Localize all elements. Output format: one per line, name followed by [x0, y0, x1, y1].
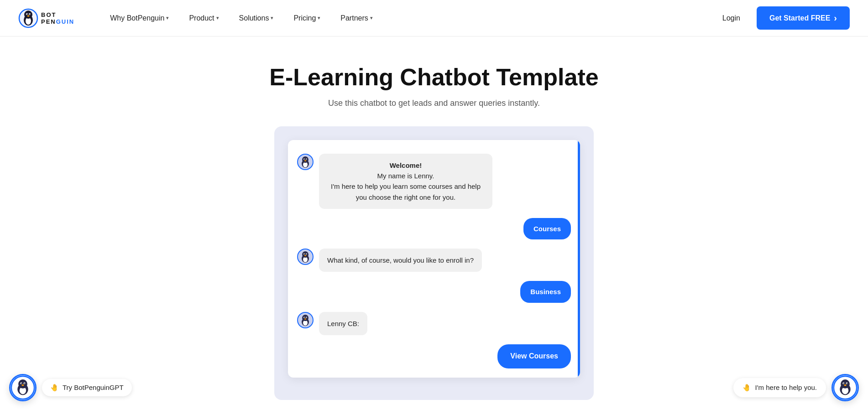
nav-item-product[interactable]: Product ▾ [181, 10, 227, 26]
bot-widget-right-button[interactable] [831, 374, 859, 400]
widget-right: 🤚 I'm here to help you. [733, 374, 859, 400]
chat-bubble-welcome: Welcome! My name is Lenny. I'm here to h… [319, 154, 492, 209]
logo[interactable]: BOT PENGUIN [18, 8, 74, 28]
bot-widget-left-button[interactable] [9, 374, 37, 400]
nav-links: Why BotPenguin ▾ Product ▾ Solutions ▾ P… [102, 10, 717, 26]
svg-point-38 [304, 318, 306, 319]
widget-left-text[interactable]: 🤚 Try BotPenguinGPT [42, 379, 132, 396]
svg-point-8 [27, 15, 30, 16]
chat-row-4: Business [297, 281, 571, 302]
chevron-down-icon: ▾ [166, 15, 169, 21]
svg-point-7 [30, 14, 31, 15]
chat-window: Welcome! My name is Lenny. I'm here to h… [288, 140, 580, 378]
nav-item-solutions[interactable]: Solutions ▾ [231, 10, 282, 26]
chat-row-6: View Courses [297, 344, 571, 368]
svg-point-33 [302, 315, 309, 321]
nav-item-why-botpenguin[interactable]: Why BotPenguin ▾ [102, 10, 177, 26]
navbar: BOT PENGUIN Why BotPenguin ▾ Product ▾ S… [0, 0, 868, 36]
chat-row-5: Lenny CB: [297, 312, 571, 335]
svg-point-57 [843, 383, 844, 384]
logo-text: BOT PENGUIN [41, 11, 74, 25]
chat-row-1: Welcome! My name is Lenny. I'm here to h… [297, 154, 571, 209]
svg-point-58 [847, 383, 847, 384]
svg-point-48 [24, 383, 25, 384]
chat-row-2: Courses [297, 218, 571, 239]
svg-point-28 [304, 255, 306, 256]
svg-point-59 [844, 384, 846, 386]
chat-demo-wrapper: Welcome! My name is Lenny. I'm here to h… [274, 126, 594, 400]
chat-row-3: What kind, of course, would you like to … [297, 249, 571, 272]
svg-point-54 [841, 379, 850, 389]
svg-point-37 [306, 317, 307, 318]
bot-avatar-2 [297, 249, 314, 265]
svg-point-49 [21, 384, 24, 386]
widget-left: 🤚 Try BotPenguinGPT [9, 374, 132, 400]
hero-section: E-Learning Chatbot Template Use this cha… [0, 36, 868, 400]
view-courses-button[interactable]: View Courses [497, 344, 571, 368]
widget-right-text: 🤚 I'm here to help you. [733, 378, 826, 397]
chevron-down-icon: ▾ [216, 15, 219, 21]
login-button[interactable]: Login [717, 10, 746, 26]
chat-bubble-courses[interactable]: Courses [523, 218, 571, 239]
hero-title: E-Learning Chatbot Template [9, 64, 859, 91]
bot-avatar-3 [297, 312, 314, 328]
svg-point-44 [18, 379, 27, 389]
nav-item-pricing[interactable]: Pricing ▾ [285, 10, 329, 26]
svg-point-47 [21, 383, 22, 384]
chat-body: Welcome! My name is Lenny. I'm here to h… [288, 140, 580, 378]
hero-subtitle: Use this chatbot to get leads and answer… [9, 99, 859, 108]
svg-point-16 [304, 159, 305, 160]
chat-bubble-enroll: What kind, of course, would you like to … [319, 249, 482, 272]
nav-actions: Login Get Started FREE › [717, 6, 850, 30]
get-started-button[interactable]: Get Started FREE › [757, 6, 850, 30]
svg-point-17 [306, 159, 307, 160]
svg-point-3 [24, 10, 32, 19]
nav-item-partners[interactable]: Partners ▾ [332, 10, 381, 26]
svg-point-27 [306, 254, 307, 255]
chat-bubble-lenny-cb: Lenny CB: [319, 312, 367, 335]
chevron-down-icon: ▾ [370, 15, 373, 21]
svg-point-36 [304, 317, 305, 318]
chat-bubble-business[interactable]: Business [520, 281, 571, 302]
svg-point-23 [302, 251, 309, 258]
bot-avatar [297, 154, 314, 170]
svg-point-18 [304, 160, 306, 161]
svg-point-26 [304, 254, 305, 255]
chevron-down-icon: ▾ [318, 15, 320, 21]
blue-bar-decoration [578, 140, 580, 378]
svg-point-6 [27, 14, 28, 15]
chevron-down-icon: ▾ [271, 15, 273, 21]
svg-point-13 [302, 156, 309, 163]
